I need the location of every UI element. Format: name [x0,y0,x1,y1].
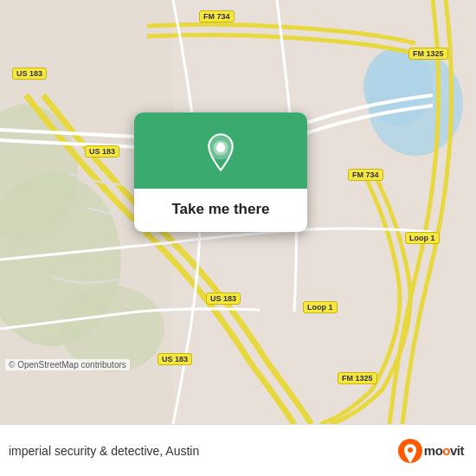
road-label-fm1325-top: FM 1325 [408,48,448,60]
road-label-us183-left: US 183 [12,68,47,80]
road-label-loop1-lower: Loop 1 [303,301,338,313]
moovit-icon [398,439,422,463]
road-label-fm734-top: FM 734 [199,10,235,23]
popup-icon-area [134,113,307,189]
osm-attribution: © OpenStreetMap contributors [5,359,130,370]
popup-label[interactable]: Take me there [158,189,283,232]
popup-card[interactable]: Take me there [134,113,307,232]
road-label-fm1325-bottom: FM 1325 [338,372,377,384]
road-label-loop1-right: Loop 1 [405,232,440,244]
road-label-fm734-mid: FM 734 [348,169,383,181]
moovit-text: moovit [424,443,464,458]
location-text: imperial security & detective, Austin [9,444,199,458]
moovit-logo: moovit [398,439,464,463]
location-pin-icon [200,132,241,173]
road-label-us183-bottom: US 183 [158,353,192,365]
map-container: FM 734 FM 1325 US 183 US 183 FM 734 Loop… [0,0,476,424]
svg-point-10 [217,143,225,151]
svg-point-12 [408,447,413,453]
road-label-us183-lower: US 183 [206,293,241,305]
bottom-bar: imperial security & detective, Austin mo… [0,424,476,476]
road-label-us183-mid: US 183 [85,145,119,158]
